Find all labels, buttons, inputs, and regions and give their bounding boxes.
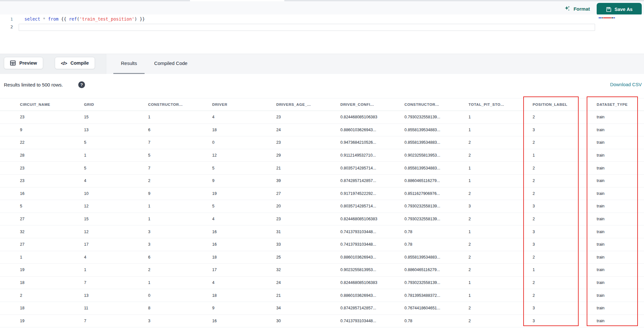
table-cell: train	[597, 166, 644, 170]
table-cell: 18	[212, 128, 276, 132]
table-cell: 2	[469, 140, 533, 145]
column-header-total_pit_sto: TOTAL_PIT_STO...	[469, 103, 533, 106]
table-cell: 0.8035714285714...	[340, 166, 404, 170]
table-cell: 3	[148, 319, 212, 323]
table-cell: 27	[20, 242, 84, 247]
table-row: 271514230.8244680851063830.7930232558139…	[0, 213, 644, 226]
table-cell: 9	[148, 191, 212, 196]
code-token: (	[77, 16, 80, 22]
table-cell: 4	[212, 115, 276, 119]
current-line-box[interactable]	[19, 24, 595, 31]
table-cell: train	[597, 153, 644, 158]
table-cell: 2	[20, 293, 84, 298]
column-header-constructor: CONSTRUCTOR...	[404, 103, 469, 106]
table-cell: 0.78	[404, 230, 469, 234]
table-cell: 13	[84, 293, 148, 298]
table-cell: 23	[276, 115, 340, 119]
table-header-row: CIRCUIT_NAMEGRIDCONSTRUCTOR...DRIVERDRIV…	[0, 98, 644, 111]
code-token: }}	[137, 16, 145, 22]
table-cell: 28	[20, 153, 84, 158]
help-icon[interactable]: ?	[78, 81, 85, 88]
table-cell: 5	[84, 166, 148, 170]
table-cell: 3	[148, 242, 212, 247]
minimap-code-line	[599, 17, 615, 18]
table-cell: 0.8860465116279...	[404, 268, 469, 272]
table-cell: 2	[533, 255, 597, 260]
table-cell: train	[597, 319, 644, 323]
table-cell: 8	[148, 306, 212, 310]
table-row: 18714240.8244680851063830.7930232558139.…	[0, 277, 644, 289]
table-cell: 12	[84, 230, 148, 234]
table-cell: 19	[20, 319, 84, 323]
table-cell: 31	[276, 230, 340, 234]
compile-button[interactable]: </> Compile	[55, 57, 95, 69]
table-cell: 1	[533, 153, 597, 158]
preview-label: Preview	[19, 60, 37, 66]
table-cell: 1	[533, 268, 597, 272]
table-cell: 3	[533, 306, 597, 310]
column-header-constructor: CONSTRUCTOR...	[148, 103, 212, 106]
table-cell: 0.7674418604651...	[404, 306, 469, 310]
table-cell: train	[597, 242, 644, 247]
table-cell: 23	[20, 178, 84, 183]
table-row: 1610919270.9171974522292...0.85116279069…	[0, 187, 644, 200]
table-row: 913618240.8860103626943...0.855813953488…	[0, 124, 644, 137]
table-cell: 17	[212, 268, 276, 272]
download-csv-link[interactable]: Download CSV	[610, 82, 642, 87]
table-cell: 0.9112149532710...	[340, 153, 404, 158]
table-cell: 18	[20, 306, 84, 310]
column-header-grid: GRID	[84, 103, 148, 106]
row-limit-text: Results limited to 500 rows.	[4, 82, 63, 87]
table-cell: 11	[84, 306, 148, 310]
table-cell: train	[597, 115, 644, 119]
table-row: 51215200.8035714285714...0.7930232558139…	[0, 200, 644, 213]
table-cell: 12	[84, 204, 148, 208]
code-token: 'train_test_position'	[80, 16, 135, 22]
table-cell: 2	[469, 191, 533, 196]
line-number-2: 2	[0, 24, 13, 29]
table-cell: 0.7930232558139...	[404, 280, 469, 285]
column-header-circuit_name: CIRCUIT_NAME	[20, 103, 84, 106]
code-line[interactable]: select * from {{ ref('train_test_positio…	[24, 16, 145, 22]
editor-minimap[interactable]	[597, 14, 644, 54]
compile-label: Compile	[71, 60, 89, 66]
code-token: )	[134, 16, 137, 22]
format-button[interactable]: Format	[564, 4, 590, 14]
table-cell: 4	[212, 217, 276, 221]
table-cell: 1	[148, 217, 212, 221]
table-cell: 0.8558139534883...	[404, 128, 469, 132]
table-cell: 0.824468085106383	[340, 280, 404, 285]
table-cell: 23	[20, 166, 84, 170]
tab-results[interactable]: Results	[113, 60, 145, 66]
table-row: 23429390.8742857142857...0.8860465116279…	[0, 175, 644, 187]
table-cell: 3	[533, 242, 597, 247]
table-cell: 1	[148, 115, 212, 119]
code-token: ref	[69, 16, 77, 22]
tab-compiled-code[interactable]: Compiled Code	[149, 60, 193, 66]
table-cell: 2	[469, 306, 533, 310]
table-cell: 1	[84, 153, 148, 158]
table-cell: 24	[276, 128, 340, 132]
table-cell: train	[597, 191, 644, 196]
table-row: 281512290.9112149532710...0.902325581395…	[0, 149, 644, 162]
table-cell: 6	[148, 128, 212, 132]
table-cell: 4	[84, 178, 148, 183]
table-cell: 16	[212, 319, 276, 323]
sql-code-editor[interactable]: 1 2 select * from {{ ref('train_test_pos…	[0, 14, 644, 54]
table-cell: 0.8742857142857...	[340, 178, 404, 183]
table-cell: 7	[148, 166, 212, 170]
table-cell: 0.8860103626943...	[340, 128, 404, 132]
table-cell: train	[597, 230, 644, 234]
table-cell: 0.8035714285714...	[340, 204, 404, 208]
table-cell: train	[597, 217, 644, 221]
table-cell: 0.8742857142857...	[340, 306, 404, 310]
table-row: 2717316330.7413793103448...0.7823train	[0, 238, 644, 251]
save-as-button[interactable]: Save As	[597, 3, 642, 16]
preview-button[interactable]: Preview	[4, 57, 43, 69]
table-cell: 23	[20, 115, 84, 119]
table-cell: 2	[533, 280, 597, 285]
table-cell: 33	[276, 242, 340, 247]
table-cell: 13	[84, 128, 148, 132]
table-cell: 32	[276, 268, 340, 272]
table-cell: 32	[20, 230, 84, 234]
